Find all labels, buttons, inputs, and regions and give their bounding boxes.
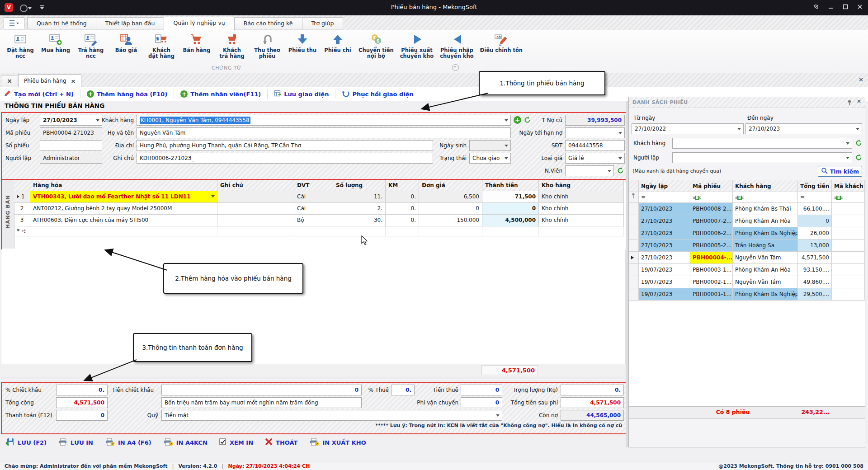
filter-khach-hang-field[interactable]: [672, 138, 852, 149]
chevron-down-icon[interactable]: [608, 170, 611, 172]
cell-total[interactable]: 0: [798, 215, 832, 227]
item-km-cell[interactable]: 0.: [386, 203, 419, 215]
tool-thu-theo-phieu[interactable]: Thu theophiếu: [250, 32, 285, 59]
cell-customer[interactable]: Nguyễn Văn Tám: [733, 276, 798, 288]
item-warehouse-cell[interactable]: Kho chính: [539, 203, 624, 215]
ribbon-tab-bao-cao[interactable]: Báo cáo thống kê: [235, 17, 302, 29]
tool-phieu-nhap-chuyen-kho[interactable]: Phiếu nhậpchuyển kho: [437, 32, 476, 59]
tool-tra-hang-ncc[interactable]: Trả hàngncc: [73, 32, 108, 59]
refresh-customer-icon[interactable]: [524, 116, 531, 125]
quy-field[interactable]: Tiền mặt: [161, 410, 502, 421]
cell-makhach[interactable]: [832, 252, 865, 264]
col-tong-tien[interactable]: Tổng tiền: [798, 180, 832, 192]
restore-layout-button[interactable]: Phục hồi giao diện: [338, 90, 417, 99]
cell-total[interactable]: 26,000: [798, 227, 832, 240]
cell-date[interactable]: 19/07/2023: [639, 276, 690, 288]
col-dvt[interactable]: ĐVT: [294, 180, 333, 191]
save-button[interactable]: LƯU (F2): [5, 437, 47, 448]
cell-date[interactable]: 27/10/2023: [639, 252, 690, 264]
print-warehouse-button[interactable]: ? IN XUẤT KHO: [309, 438, 366, 447]
tool-phieu-chi[interactable]: Phiếu chi: [320, 32, 355, 59]
item-warehouse-cell[interactable]: Kho chính: [539, 215, 624, 226]
item-unit-cell[interactable]: Cái: [294, 191, 333, 203]
close-tab-icon[interactable]: ×: [71, 78, 76, 85]
item-price-cell[interactable]: 150,000: [419, 215, 482, 226]
ngay-toi-han-no-field[interactable]: [565, 127, 625, 138]
create-new-button[interactable]: Tạo mới (Ctrl + N): [0, 89, 77, 99]
cell-date[interactable]: 27/10/2023: [639, 227, 690, 240]
cell-code[interactable]: PBH00008-2...: [690, 203, 733, 215]
close-all-tabs-button[interactable]: ×: [2, 75, 17, 88]
cell-customer[interactable]: Trần Hoàng Sa: [733, 240, 798, 252]
item-amount-cell[interactable]: 71,500: [482, 191, 539, 203]
item-name-cell[interactable]: VTH00343, Lưỡi dao mổ Fearther Nhật số 1…: [30, 191, 217, 203]
chevron-down-icon[interactable]: [846, 142, 849, 145]
ribbon-tab-thiet-lap[interactable]: Thiết lập ban đầu: [96, 17, 165, 29]
ghi-chu-field[interactable]: KDH00006-271023_: [137, 153, 433, 164]
refresh-filter-customer-icon[interactable]: [855, 139, 863, 148]
tab-phieu-ban-hang[interactable]: Phiếu bán hàng ×: [18, 74, 81, 87]
item-amount-cell[interactable]: 4,500,000: [482, 215, 539, 226]
item-qty-cell[interactable]: 30.: [333, 215, 386, 226]
col-ma-phieu[interactable]: Mã phiếu: [690, 180, 733, 192]
item-unit-cell[interactable]: Cái: [294, 203, 333, 215]
thanh-toan-field[interactable]: 0: [56, 410, 108, 421]
tool-dat-hang-ncc[interactable]: Đặt hàngncc: [3, 32, 38, 59]
save-layout-button[interactable]: Lưu giao diện: [270, 90, 332, 99]
tien-thue-field[interactable]: 0: [461, 385, 502, 395]
filter-nguoi-lap-field[interactable]: [672, 152, 852, 163]
add-customer-icon[interactable]: +: [514, 116, 521, 124]
tool-phieu-xuat-chuyen-kho[interactable]: Phiếu xuấtchuyển kho: [397, 32, 437, 59]
pin-icon[interactable]: [846, 99, 852, 107]
cell-code[interactable]: PBH00007-2...: [690, 215, 733, 227]
chevron-down-icon[interactable]: [505, 119, 508, 122]
ribbon-group-collapse-icon[interactable]: [452, 64, 459, 71]
col-ghi-chu[interactable]: Ghi chú: [217, 180, 294, 191]
print-a4kcn-button[interactable]: ? IN A4KCN: [163, 438, 208, 447]
chevron-down-icon[interactable]: [737, 128, 741, 130]
print-a4-button[interactable]: ? IN A4 (F6): [105, 438, 151, 447]
ribbon-tab-quan-tri[interactable]: Quản trị hệ thống: [27, 17, 96, 29]
cell-date[interactable]: 27/10/2023: [639, 203, 690, 215]
cell-customer[interactable]: Phòng Khám Bs Nghiệp: [733, 227, 798, 240]
cell-customer[interactable]: Phòng Khám An Hòa: [733, 264, 798, 276]
chevron-down-icon[interactable]: [618, 132, 622, 134]
table-row[interactable]: 1 VTH00343, Lưỡi dao mổ Fearther Nhật số…: [14, 191, 624, 203]
close-icon[interactable]: [857, 4, 863, 9]
khach-hang-field[interactable]: KH0001, Nguyễn Văn Tám, 0944443558: [137, 115, 511, 126]
cell-total[interactable]: 13,000: [798, 240, 832, 252]
item-amount-cell[interactable]: 0: [482, 203, 539, 215]
cell-total[interactable]: 49,860,...: [798, 276, 832, 288]
items-side-tab[interactable]: HÀNG BÁN: [2, 180, 14, 249]
col-ngay-lap[interactable]: Ngày lập: [639, 180, 690, 192]
preview-print-button[interactable]: XEM IN: [219, 438, 253, 447]
cell-code[interactable]: PBH00005-2...: [690, 240, 733, 252]
cell-customer[interactable]: Phòng Khám An Hòa: [733, 215, 798, 227]
trang-thai-field[interactable]: Chưa giao: [469, 153, 511, 164]
pct-chiet-khau-field[interactable]: 0.: [56, 385, 108, 395]
col-don-gia[interactable]: Đơn giá: [419, 180, 482, 191]
ho-va-ten-field[interactable]: Nguyễn Văn Tám: [137, 127, 511, 138]
n-vien-field[interactable]: [565, 165, 614, 176]
item-name-cell[interactable]: ATH00603, Điện cực chén của máy STI500: [30, 215, 217, 226]
loai-gia-field[interactable]: Giá lẻ: [565, 153, 625, 164]
item-price-cell[interactable]: 0: [419, 203, 482, 215]
add-item-button[interactable]: + Thêm hàng hóa (F10): [83, 90, 171, 98]
dia-chi-field[interactable]: Hưng Phú, phường Hưng Thạnh, quận Cái Ră…: [137, 140, 433, 151]
tool-chuyen-tien-noi-bo[interactable]: €$ Chuyển tiềnnội bộ: [355, 32, 397, 59]
abc-filter-icon[interactable]: aBc: [733, 192, 798, 203]
cell-total[interactable]: 66,100,...: [798, 203, 832, 215]
list-item[interactable]: 27/10/2023 PBH00005-2... Trần Hoàng Sa 1…: [629, 240, 865, 252]
item-price-cell[interactable]: 6,500: [419, 191, 482, 203]
ribbon-tab-tro-giup[interactable]: Trợ giúp: [302, 17, 344, 29]
list-item[interactable]: 27/10/2023 PBH00008-2... Phòng Khám Bs T…: [629, 203, 865, 215]
chevron-down-icon[interactable]: [846, 157, 849, 159]
item-qty-cell[interactable]: 2.: [333, 203, 386, 215]
list-item[interactable]: 19/07/2023 PBH00002-1... Nguyễn Văn Tám …: [629, 276, 865, 288]
item-note-cell[interactable]: [217, 203, 294, 215]
tool-khach-tra-hang[interactable]: Kháchtrả hàng: [214, 32, 250, 59]
cell-customer[interactable]: Phòng Khám Bs Nghiệp: [733, 288, 798, 301]
item-warehouse-cell[interactable]: Kho chính: [539, 191, 624, 203]
col-thanh-tien[interactable]: Thành tiền: [482, 180, 539, 191]
col-kho-hang[interactable]: Kho hàng: [539, 180, 624, 191]
